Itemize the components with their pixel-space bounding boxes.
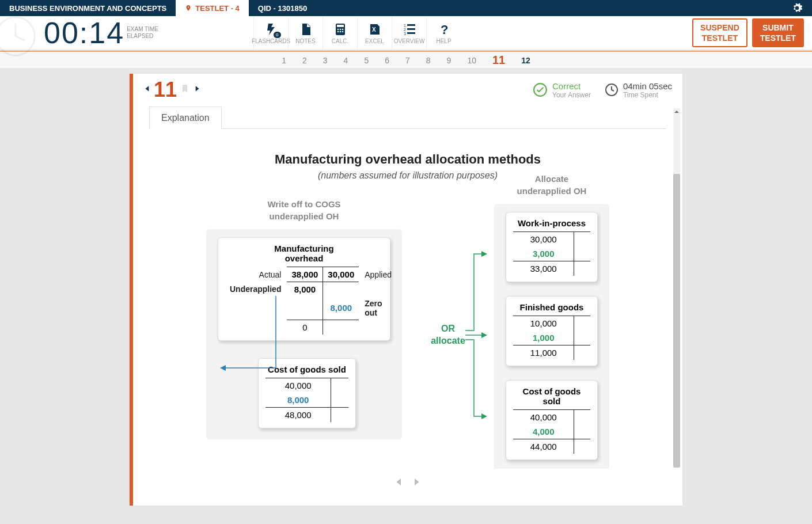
qnav-4[interactable]: 4: [344, 56, 348, 65]
flashcards-button[interactable]: 0 FLASHCARDS: [253, 16, 288, 50]
svg-point-7: [342, 28, 343, 30]
note-icon: [298, 22, 313, 36]
flashcards-badge: 0: [274, 32, 280, 38]
moh-account: Manufacturingoverhead Actual 38,000 30,0…: [218, 237, 390, 341]
panel-body: Explanation Manufacturing overhead alloc…: [133, 106, 682, 469]
qnav-1[interactable]: 1: [282, 56, 286, 65]
footer-next-button[interactable]: [411, 474, 422, 492]
moh-final: 0: [287, 320, 322, 335]
wip-caption: Work-in-process: [513, 218, 590, 228]
notes-label: NOTES: [295, 38, 315, 44]
cogs-r-account: Cost of goods sold 40,000 4,000 44,000: [506, 380, 598, 460]
panel-header: 11 Correct Your Answer 04min 05sec Tim: [133, 74, 682, 106]
applied-val: 30,000: [323, 267, 359, 282]
qnav-3[interactable]: 3: [323, 56, 328, 65]
right-label: Allocateunderapplied OH: [494, 173, 609, 197]
qnav-8[interactable]: 8: [426, 56, 431, 65]
settings-button[interactable]: [791, 0, 812, 16]
svg-text:?: ?: [441, 22, 448, 36]
qnav-10[interactable]: 10: [467, 56, 476, 65]
cogs-r-r3: 44,000: [513, 439, 574, 454]
svg-text:1: 1: [404, 24, 406, 28]
qid-label: QID - 1301850: [249, 0, 316, 16]
excel-button[interactable]: X EXCEL: [357, 16, 392, 50]
suspend-button[interactable]: SUSPEND TESTLET: [692, 18, 748, 47]
moh-caption: Manufacturingoverhead: [225, 244, 383, 263]
next-question-button[interactable]: [193, 82, 201, 98]
calc-button[interactable]: CALC.: [322, 16, 357, 50]
svg-point-5: [337, 28, 339, 30]
timer-label: EXAM TIME ELAPSED: [127, 26, 158, 40]
diagram: Write off to COGSunderapplied OH Manufac…: [155, 198, 661, 469]
scroll-up-button[interactable]: [673, 108, 680, 115]
submit-button[interactable]: SUBMIT TESTLET: [752, 18, 804, 47]
testlet-tab[interactable]: TESTLET - 4: [176, 0, 249, 16]
qnav-7[interactable]: 7: [405, 56, 410, 65]
left-column: Write off to COGSunderapplied OH Manufac…: [206, 198, 402, 469]
help-button[interactable]: ? HELP: [426, 16, 461, 50]
qnav-12[interactable]: 12: [521, 56, 530, 65]
svg-rect-17: [407, 32, 415, 34]
question-nav: 1 2 3 4 5 6 7 8 9 10 11 12: [0, 51, 812, 69]
wip-r1: 30,000: [513, 232, 574, 247]
help-icon: ?: [437, 22, 451, 36]
time-sub: Time Spent: [623, 91, 672, 99]
applied-label: Applied: [359, 267, 396, 282]
excel-label: EXCEL: [365, 38, 384, 44]
fg-account: Finished goods 10,000 1,000 11,000: [506, 296, 598, 366]
question-number: 11: [154, 78, 177, 102]
zero-val: 8,000: [323, 297, 359, 320]
prev-question-button[interactable]: [143, 82, 151, 98]
under-val: 8,000: [287, 282, 322, 297]
testlet-label: TESTLET - 4: [195, 4, 240, 13]
cogs-left-caption: Cost of goods sold: [265, 364, 348, 374]
svg-rect-15: [407, 28, 415, 30]
flashcards-label: FLASHCARDS: [252, 38, 290, 44]
list-icon: 123: [402, 22, 417, 36]
fg-r1: 10,000: [513, 316, 574, 331]
middle-column: ORallocate: [419, 198, 477, 469]
stage: 11 Correct Your Answer 04min 05sec Tim: [0, 69, 812, 506]
answer-status: Correct Your Answer: [533, 81, 591, 99]
fg-r3: 11,000: [513, 345, 574, 360]
qnav-2[interactable]: 2: [302, 56, 307, 65]
clock-bg-icon: [0, 15, 37, 60]
qnav-9[interactable]: 9: [447, 56, 451, 65]
section-title: BUSINESS ENVIRONMENT AND CONCEPTS: [0, 0, 176, 16]
calc-label: CALC.: [332, 38, 348, 44]
bookmark-icon: [180, 83, 189, 94]
action-buttons: SUSPEND TESTLET SUBMIT TESTLET: [692, 16, 812, 50]
actual-val: 38,000: [287, 267, 322, 282]
footer-prev-button[interactable]: [394, 474, 404, 492]
cogs-l-r1: 40,000: [265, 378, 331, 393]
scrollbar-thumb[interactable]: [673, 174, 680, 468]
pin-icon: [185, 3, 192, 13]
left-gray-box: Manufacturingoverhead Actual 38,000 30,0…: [206, 229, 402, 440]
qnav-6[interactable]: 6: [385, 56, 389, 65]
under-label: Underapplied: [225, 282, 287, 297]
top-bar: BUSINESS ENVIRONMENT AND CONCEPTS TESTLE…: [0, 0, 812, 16]
qnav-11[interactable]: 11: [492, 54, 505, 67]
correct-sub: Your Answer: [552, 91, 591, 99]
left-label: Write off to COGSunderapplied OH: [206, 198, 402, 222]
overview-button[interactable]: 123 OVERVIEW: [392, 16, 426, 50]
excel-icon: X: [367, 22, 382, 36]
cogs-l-r2: 8,000: [265, 393, 331, 408]
notes-button[interactable]: NOTES: [288, 16, 322, 50]
cogs-r-caption: Cost of goods sold: [513, 386, 590, 406]
svg-text:3: 3: [404, 32, 406, 36]
content-title: Manufacturing overhead allocation method…: [155, 152, 661, 167]
clock-icon: [605, 83, 619, 97]
tab-explanation[interactable]: Explanation: [149, 107, 222, 129]
cogs-l-r3: 48,000: [265, 407, 331, 422]
panel-header-right: Correct Your Answer 04min 05sec Time Spe…: [533, 81, 672, 99]
check-circle-icon: [533, 82, 548, 97]
time-spent: 04min 05sec Time Spent: [605, 81, 672, 99]
help-label: HELP: [436, 38, 451, 44]
explanation-content: Manufacturing overhead allocation method…: [149, 141, 666, 469]
qnav-5[interactable]: 5: [364, 56, 369, 65]
wip-r2: 3,000: [513, 246, 574, 261]
svg-point-8: [337, 31, 339, 32]
question-panel: 11 Correct Your Answer 04min 05sec Tim: [130, 74, 682, 506]
bookmark-button[interactable]: [179, 83, 193, 97]
